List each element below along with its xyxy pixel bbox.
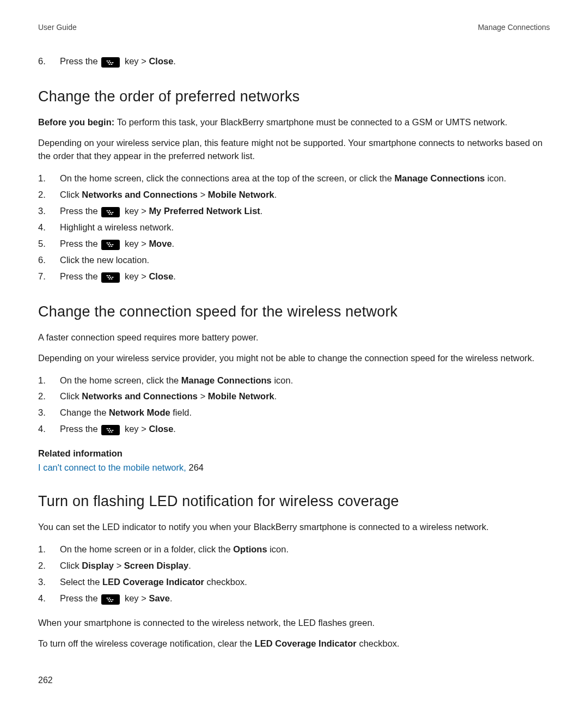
- svg-point-7: [107, 210, 108, 211]
- svg-point-3: [110, 62, 112, 63]
- svg-point-2: [108, 62, 109, 63]
- page-number: 262: [38, 674, 53, 686]
- paragraph: When your smartphone is connected to the…: [38, 617, 550, 630]
- svg-point-10: [110, 212, 112, 213]
- list-item: Press the key > Save.: [38, 591, 550, 607]
- svg-point-26: [109, 278, 111, 279]
- list-item: Click the new location.: [38, 252, 550, 269]
- steps-list: On the home screen or in a folder, click…: [38, 541, 550, 607]
- blackberry-key-icon: [101, 240, 120, 250]
- paragraph: Depending on your wireless service provi…: [38, 352, 550, 365]
- svg-point-1: [109, 60, 111, 62]
- related-link-row: I can't connect to the mobile network, 2…: [38, 461, 550, 474]
- blackberry-key-icon: [101, 594, 120, 605]
- close-action: Close: [149, 56, 173, 66]
- page: User Guide Manage Connections 6. Press t…: [0, 0, 588, 706]
- svg-point-0: [107, 60, 108, 62]
- svg-point-6: [111, 64, 113, 65]
- related-link[interactable]: I can't connect to the mobile network,: [38, 462, 188, 472]
- list-item: Click Display > Screen Display.: [38, 558, 550, 574]
- svg-point-16: [108, 244, 109, 245]
- blackberry-key-icon: [101, 57, 120, 68]
- svg-point-21: [107, 275, 108, 276]
- svg-point-4: [112, 62, 114, 63]
- blackberry-key-icon: [101, 425, 120, 435]
- note: Depending on your wireless service plan,…: [38, 137, 550, 163]
- list-item: Change the Network Mode field.: [38, 405, 550, 421]
- blackberry-key-icon: [101, 272, 120, 283]
- header-left: User Guide: [38, 22, 77, 33]
- steps-list: On the home screen, click the Manage Con…: [38, 373, 550, 438]
- list-item: Press the key > Move.: [38, 236, 550, 252]
- blackberry-key-icon: [101, 207, 120, 217]
- svg-point-15: [109, 242, 111, 244]
- list-item: Highlight a wireless network.: [38, 220, 550, 236]
- svg-point-5: [109, 64, 111, 65]
- svg-point-38: [110, 599, 112, 600]
- paragraph: To turn off the wireless coverage notifi…: [38, 637, 550, 650]
- svg-point-8: [109, 210, 111, 211]
- list-item: Press the key > My Preferred Network Lis…: [38, 203, 550, 220]
- svg-point-33: [109, 431, 111, 433]
- svg-point-11: [112, 212, 114, 213]
- list-item: Click Networks and Connections > Mobile …: [38, 388, 550, 405]
- header-right: Manage Connections: [478, 22, 550, 33]
- svg-point-12: [109, 214, 111, 215]
- step-number: 6.: [38, 55, 46, 68]
- svg-point-18: [112, 244, 114, 245]
- svg-point-19: [109, 246, 111, 247]
- svg-point-34: [111, 431, 113, 433]
- svg-point-29: [109, 428, 111, 429]
- page-header: User Guide Manage Connections: [38, 22, 550, 33]
- svg-point-41: [111, 600, 113, 601]
- list-item: On the home screen, click the connection…: [38, 171, 550, 187]
- svg-point-13: [111, 214, 113, 215]
- svg-point-37: [108, 599, 109, 600]
- list-item: Press the key > Close.: [38, 421, 550, 437]
- svg-point-25: [112, 277, 114, 278]
- svg-point-35: [107, 597, 108, 598]
- svg-point-14: [107, 242, 108, 244]
- svg-point-28: [107, 428, 108, 429]
- steps-list: On the home screen, click the connection…: [38, 171, 550, 284]
- svg-point-27: [111, 278, 113, 279]
- svg-point-36: [109, 597, 111, 598]
- svg-point-24: [110, 277, 112, 278]
- related-information-heading: Related information: [38, 447, 550, 460]
- section-title: Change the connection speed for the wire…: [38, 301, 550, 322]
- section-title: Turn on flashing LED notification for wi…: [38, 491, 550, 512]
- svg-point-9: [108, 212, 109, 213]
- list-item: Select the LED Coverage Indicator checkb…: [38, 574, 550, 591]
- paragraph: A faster connection speed requires more …: [38, 331, 550, 344]
- list-item: Click Networks and Connections > Mobile …: [38, 187, 550, 203]
- svg-point-32: [112, 430, 114, 431]
- svg-point-20: [111, 246, 113, 247]
- list-item: On the home screen or in a folder, click…: [38, 541, 550, 558]
- svg-point-22: [109, 275, 111, 276]
- paragraph: You can set the LED indicator to notify …: [38, 521, 550, 534]
- list-item: On the home screen, click the Manage Con…: [38, 373, 550, 389]
- svg-point-31: [110, 430, 112, 431]
- before-you-begin: Before you begin: To perform this task, …: [38, 116, 550, 129]
- svg-point-40: [109, 600, 111, 601]
- svg-point-30: [108, 430, 109, 431]
- svg-point-39: [112, 599, 114, 600]
- section-title: Change the order of preferred networks: [38, 86, 550, 107]
- list-item: Press the key > Close.: [38, 269, 550, 285]
- svg-point-17: [110, 244, 112, 245]
- continuing-step: 6. Press the key > Close.: [38, 53, 550, 70]
- svg-point-23: [108, 277, 109, 278]
